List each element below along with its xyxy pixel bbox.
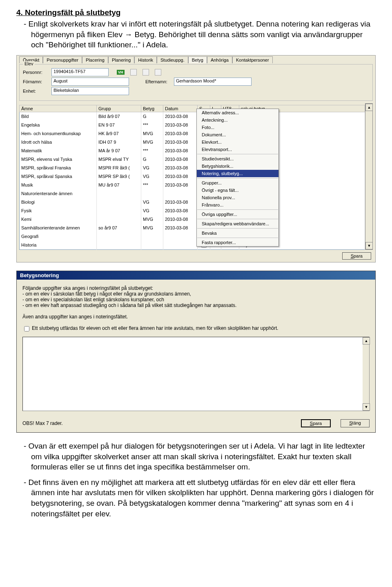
scroll-up-icon[interactable]: ▲: [363, 337, 370, 345]
menu-separator: [197, 154, 278, 154]
table-row[interactable]: BildBild år9 07G2010-03-08: [20, 112, 365, 121]
tab-historik[interactable]: Historik: [134, 56, 157, 63]
outro-1: Ovan är ett exempel på hur dialogen för …: [16, 441, 376, 472]
dialog-text-2: Även andra uppgifter kan anges i noterin…: [22, 314, 370, 320]
menu-separator: [197, 219, 278, 219]
table-row[interactable]: MusikMU år9 07***2010-03-08ått målen: [20, 181, 365, 189]
field-personnr[interactable]: 19940416-TF57: [51, 68, 109, 76]
table-row[interactable]: EngelskaEN 9 07***2010-03-08ått målen: [20, 121, 365, 129]
dialog-title: Betygsnotering: [17, 271, 375, 280]
table-row[interactable]: FysikVG2010-03-08: [20, 207, 365, 215]
label-efternamn: Efternamn:: [145, 79, 174, 84]
icon-1[interactable]: [130, 69, 137, 76]
table-row[interactable]: Samhällsorienterande ämnenso år9 07MVG20…: [20, 224, 365, 232]
save-button[interactable]: Spara: [342, 252, 371, 260]
outro-2: Det finns även en ny möjlighet att marke…: [16, 477, 376, 519]
table-row[interactable]: Historiar ej i utb.: [20, 241, 365, 250]
table-row[interactable]: Naturorienterande ämnenr ej i utb.: [20, 189, 365, 198]
max-rows-label: OBS! Max 7 rader.: [22, 420, 63, 426]
notes-textarea[interactable]: ▲ ▼: [22, 337, 370, 411]
menu-item[interactable]: Frånvaro...: [197, 201, 278, 209]
label-personnr: Personnr:: [23, 70, 51, 75]
tab-placering[interactable]: Placering: [82, 56, 108, 63]
menu-item[interactable]: Övriga uppgifter...: [197, 211, 278, 218]
field-efternamn[interactable]: Gerhardsson Mood*: [174, 78, 252, 86]
table-row[interactable]: Geografir ej i utb.: [20, 232, 365, 241]
menu-separator: [197, 228, 278, 229]
menu-item[interactable]: Elevkort...: [197, 138, 278, 146]
tab-bar: ÖversiktPersonuppgifterPlaceringPlanerin…: [19, 56, 373, 63]
icon-2[interactable]: [143, 69, 149, 76]
menu-separator: [197, 178, 278, 178]
menu-item[interactable]: Alternativ adress...: [197, 109, 278, 116]
menu-item[interactable]: Bevaka: [197, 229, 278, 237]
table-row[interactable]: MSPR, språkval SpanskaMSPR SP åk9 (VG201…: [20, 172, 365, 181]
tab-studieuppg.[interactable]: Studieuppg.: [157, 56, 188, 63]
menu-item[interactable]: Foto...: [197, 124, 278, 131]
elev-legend: Elev: [23, 61, 35, 66]
col-header[interactable]: Datum: [163, 105, 198, 112]
slutbetyg-checkbox-label: Ett slutbetyg utfärdas för eleven och et…: [32, 325, 278, 331]
betygsnotering-dialog: Betygsnotering Följande uppgifter ska an…: [16, 271, 376, 433]
col-header[interactable]: Betyg: [141, 105, 163, 112]
menu-item[interactable]: Nationella prov...: [197, 194, 278, 201]
field-enhet[interactable]: Bleketskolan: [51, 87, 129, 95]
menu-item[interactable]: Grupper...: [197, 179, 278, 187]
menu-item[interactable]: Elevtransport...: [197, 146, 278, 153]
menu-item[interactable]: Skapa/redigera webbanvändare...: [197, 220, 278, 227]
tab-personuppgifter[interactable]: Personuppgifter: [43, 56, 82, 63]
tab-kontaktpersoner[interactable]: Kontaktpersoner: [232, 56, 273, 63]
menu-separator: [197, 238, 278, 238]
elev-fieldset: Elev Personnr: 19940416-TF57 VH Förnamn:…: [19, 64, 373, 101]
slutbetyg-checkbox[interactable]: [24, 326, 29, 331]
col-header[interactable]: Grupp: [97, 105, 141, 112]
table-row[interactable]: BiologiVG2010-03-08: [20, 198, 365, 207]
section-title: 4. Noteringsfält på slutbetyg: [16, 8, 376, 17]
table-row[interactable]: MSPR, elevens val TyskaMSPR elval TYG201…: [20, 155, 365, 164]
tab-betyg[interactable]: Betyg: [188, 56, 207, 63]
icon-3[interactable]: [155, 69, 161, 76]
intro-paragraph: Enligt skolverkets krav har vi infört et…: [16, 19, 376, 50]
scroll-up-icon[interactable]: ▲: [365, 104, 373, 111]
adela-app-window: ÖversiktPersonuppgifterPlaceringPlanerin…: [16, 55, 376, 262]
menu-item[interactable]: Notering, slutbetyg...: [197, 170, 278, 177]
label-fornamn: Förnamn:: [23, 79, 51, 84]
grade-table[interactable]: ÄmneGruppBetygDatumS!HT8sak ej betyg Bil…: [19, 105, 365, 250]
menu-separator: [197, 209, 278, 210]
table-row[interactable]: MSPR, språkval FranskaMSPR FR åk9 (VG201…: [20, 164, 365, 172]
menu-item[interactable]: Fasta rapporter...: [197, 239, 278, 246]
table-row[interactable]: MatematikMA år 9 07***2010-03-08assad st…: [20, 147, 365, 155]
menu-item[interactable]: Studieöversikt...: [197, 155, 278, 162]
dialog-text: Följande uppgifter ska anges i noterings…: [22, 285, 370, 308]
scroll-down-icon[interactable]: ▼: [365, 242, 373, 249]
menu-item[interactable]: Övrigt - egna fält...: [197, 187, 278, 194]
label-enhet: Enhet:: [23, 89, 51, 93]
table-row[interactable]: Hem- och konsumentkunskapHK år9 07MVG201…: [20, 129, 365, 138]
dialog-close-button[interactable]: Stäng: [341, 419, 370, 427]
scroll-down-icon[interactable]: ▼: [363, 403, 370, 411]
field-fornamn[interactable]: August: [51, 78, 129, 86]
table-row[interactable]: KemiMVG2010-03-08: [20, 215, 365, 224]
table-row[interactable]: Idrott och hälsaIDH 07 9MVG2010-03-08: [20, 138, 365, 147]
dialog-save-button[interactable]: Spara: [301, 419, 331, 427]
vh-badge: VH: [117, 70, 125, 75]
menu-item[interactable]: Dokument...: [197, 131, 278, 138]
tab-planering[interactable]: Planering: [108, 56, 134, 63]
table-scrollbar[interactable]: ▲ ▼: [365, 103, 373, 250]
col-header[interactable]: Ämne: [20, 105, 97, 112]
context-menu: Alternativ adress...Anteckning...Foto...…: [196, 109, 279, 247]
menu-item[interactable]: Betygshistorik...: [197, 162, 278, 170]
textarea-scrollbar[interactable]: ▲ ▼: [363, 337, 369, 411]
tab-anhöriga[interactable]: Anhöriga: [207, 56, 232, 63]
menu-item[interactable]: Anteckning...: [197, 116, 278, 124]
